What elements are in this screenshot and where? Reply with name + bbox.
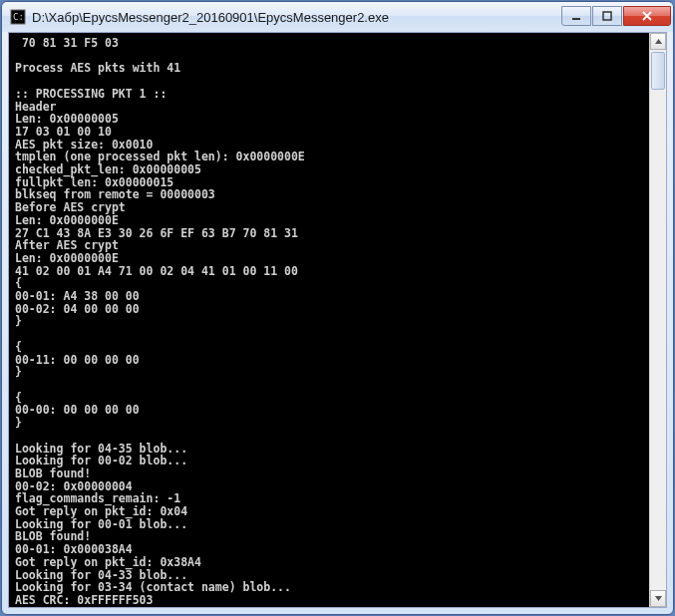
window-controls	[561, 6, 671, 26]
close-button[interactable]	[623, 6, 671, 26]
vertical-scrollbar[interactable]	[649, 33, 666, 607]
application-window: C: D:\Хабр\EpycsMessenger2_20160901\Epyc…	[1, 1, 674, 615]
minimize-button[interactable]	[561, 6, 591, 26]
scrollbar-thumb[interactable]	[651, 52, 665, 90]
maximize-button[interactable]	[592, 6, 622, 26]
titlebar[interactable]: C: D:\Хабр\EpycsMessenger2_20160901\Epyc…	[2, 2, 673, 32]
client-area: 70 81 31 F5 03 Process AES pkts with 41 …	[8, 32, 667, 608]
svg-rect-3	[603, 12, 611, 20]
window-title: D:\Хабр\EpycsMessenger2_20160901\EpycsMe…	[32, 10, 561, 25]
app-icon: C:	[10, 9, 26, 25]
scroll-down-button[interactable]	[650, 590, 666, 607]
svg-text:C:: C:	[13, 12, 24, 22]
console-output: 70 81 31 F5 03 Process AES pkts with 41 …	[9, 33, 649, 607]
scrollbar-track[interactable]	[650, 50, 666, 590]
scroll-up-button[interactable]	[650, 33, 666, 50]
svg-rect-2	[572, 18, 580, 20]
